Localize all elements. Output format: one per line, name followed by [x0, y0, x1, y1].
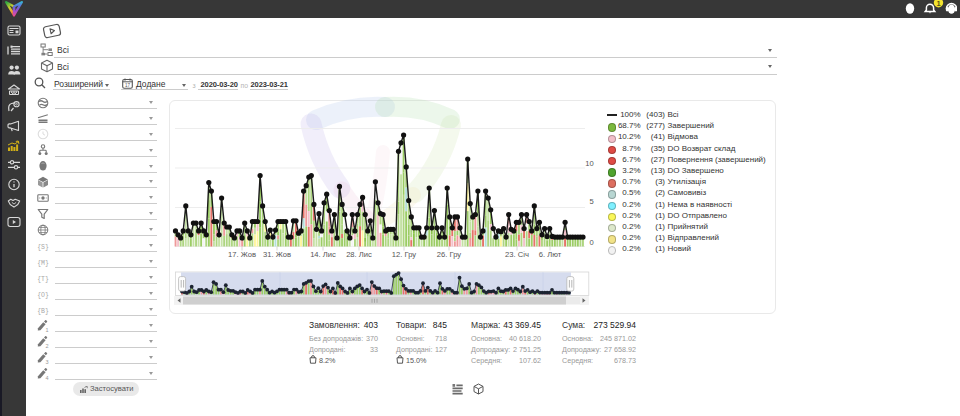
svg-text:28. Лис: 28. Лис	[346, 250, 372, 259]
svg-text:17. Жов: 17. Жов	[228, 250, 256, 259]
svg-text:6. Лют: 6. Лют	[539, 250, 562, 259]
svg-text:14. Лис: 14. Лис	[310, 250, 336, 259]
svg-text:26. Гру: 26. Гру	[437, 250, 461, 259]
svg-text:5: 5	[589, 197, 593, 206]
svg-text:0: 0	[589, 238, 593, 247]
svg-text:12. Гру: 12. Гру	[392, 250, 416, 259]
svg-text:10: 10	[585, 159, 593, 168]
svg-text:31. Жов: 31. Жов	[263, 250, 291, 259]
svg-text:23. Січ: 23. Січ	[505, 250, 529, 259]
